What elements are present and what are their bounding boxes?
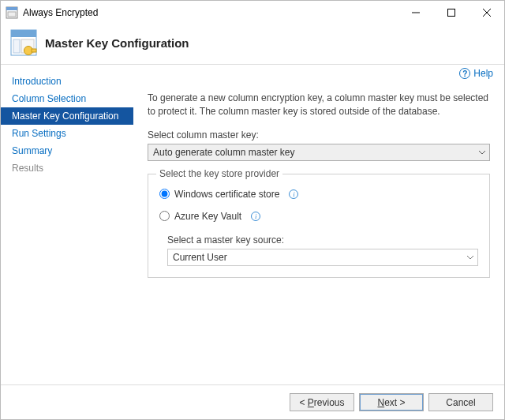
svg-rect-1 <box>6 7 17 10</box>
window-title: Always Encrypted <box>23 7 398 18</box>
previous-button[interactable]: < Previous <box>290 393 354 411</box>
body: Introduction Column Selection Master Key… <box>1 65 504 384</box>
svg-rect-2 <box>8 12 16 17</box>
select-cmk-label: Select column master key: <box>148 129 490 141</box>
source-value: Current User <box>173 252 227 263</box>
select-cmk-dropdown[interactable]: Auto generate column master key <box>148 144 490 161</box>
svg-rect-4 <box>447 9 454 17</box>
radio-windows-label: Windows certificate store <box>174 189 279 200</box>
maximize-button[interactable] <box>433 1 469 24</box>
sidebar-item-summary[interactable]: Summary <box>1 142 133 159</box>
key-store-provider-fieldset: Select the key store provider Windows ce… <box>148 174 490 278</box>
sidebar-item-column-selection[interactable]: Column Selection <box>1 90 133 107</box>
radio-azure-input[interactable] <box>159 211 170 221</box>
svg-rect-9 <box>13 39 20 53</box>
minimize-icon <box>412 9 420 17</box>
sidebar-item-introduction[interactable]: Introduction <box>1 73 133 90</box>
previous-label-rest: revious <box>314 397 345 408</box>
fieldset-legend: Select the key store provider <box>156 168 282 179</box>
select-cmk-value: Auto generate column master key <box>153 147 294 158</box>
next-label-rest: ext <box>384 397 397 408</box>
info-icon[interactable]: i <box>251 212 260 221</box>
sidebar-item-results: Results <box>1 159 133 177</box>
radio-azure-key-vault[interactable]: Azure Key Vault i <box>159 211 478 222</box>
svg-rect-8 <box>11 30 36 37</box>
wizard-icon <box>10 29 37 56</box>
sidebar-item-master-key-configuration[interactable]: Master Key Configuration <box>1 107 133 125</box>
svg-rect-12 <box>32 49 36 52</box>
page-title: Master Key Configuration <box>45 36 189 50</box>
close-button[interactable] <box>469 1 504 24</box>
sidebar-item-run-settings[interactable]: Run Settings <box>1 125 133 142</box>
intro-text: To generate a new column encryption key,… <box>148 92 490 118</box>
radio-windows-input[interactable] <box>159 189 170 199</box>
chevron-down-icon <box>466 255 474 260</box>
minimize-button[interactable] <box>398 1 433 24</box>
close-icon <box>483 9 491 17</box>
chevron-down-icon <box>478 150 486 155</box>
wizard-footer: < Previous Next > Cancel <box>1 384 504 419</box>
help-label: Help <box>473 68 493 79</box>
cancel-button[interactable]: Cancel <box>428 393 493 411</box>
info-icon[interactable]: i <box>289 189 298 199</box>
source-label: Select a master key source: <box>167 234 478 246</box>
radio-windows-cert-store[interactable]: Windows certificate store i <box>159 189 478 200</box>
next-button[interactable]: Next > <box>359 393 424 411</box>
page-header: Master Key Configuration <box>1 24 504 64</box>
source-dropdown[interactable]: Current User <box>167 249 478 266</box>
app-icon <box>6 6 18 19</box>
wizard-steps-sidebar: Introduction Column Selection Master Key… <box>1 65 133 384</box>
main-panel: ? Help To generate a new column encrypti… <box>133 65 504 384</box>
titlebar: Always Encrypted <box>1 1 504 24</box>
radio-azure-label: Azure Key Vault <box>174 211 241 222</box>
help-link[interactable]: ? Help <box>459 68 493 79</box>
maximize-icon <box>447 9 455 17</box>
help-icon: ? <box>459 68 470 79</box>
